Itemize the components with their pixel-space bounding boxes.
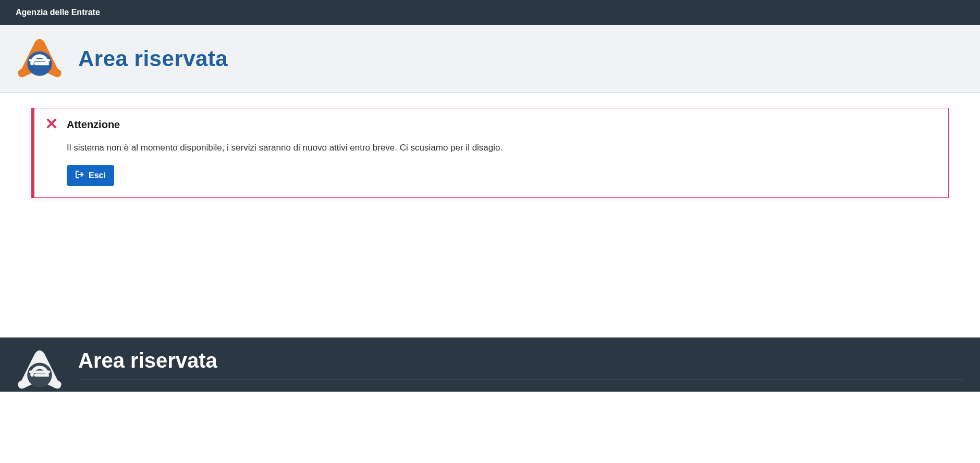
main-content: Attenzione Il sistema non è al momento d… [0,93,980,212]
alert-title: Attenzione [67,119,120,131]
error-icon [46,118,57,131]
agency-logo-footer [16,349,64,392]
header-band: Area riservata [0,25,980,93]
page-title: Area riservata [78,46,228,71]
sign-out-icon [75,170,84,181]
footer-divider [78,380,964,380]
footer-title: Area riservata [78,349,964,372]
agency-logo [16,37,64,80]
org-link[interactable]: Agenzia delle Entrate [16,8,100,17]
footer-title-wrap: Area riservata [78,349,964,380]
top-bar: Agenzia delle Entrate [0,0,980,25]
alert-message: Il sistema non è al momento disponibile,… [67,142,937,155]
exit-button[interactable]: Esci [67,165,114,186]
alert-box: Attenzione Il sistema non è al momento d… [31,108,949,198]
footer: Area riservata [0,337,980,392]
alert-body: Il sistema non è al momento disponibile,… [46,142,937,186]
exit-button-label: Esci [89,171,106,180]
org-name: Agenzia delle Entrate [16,8,100,17]
alert-header: Attenzione [46,118,937,131]
